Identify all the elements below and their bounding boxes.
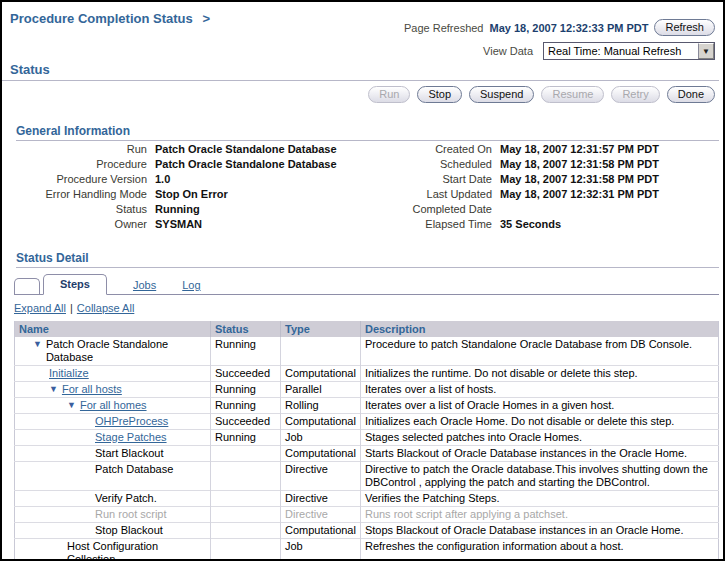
stop-button[interactable]: Stop xyxy=(417,86,462,103)
field-row: Elapsed Time35 Seconds xyxy=(397,217,719,232)
step-type: Rolling xyxy=(281,398,361,414)
view-data-bar: View Data Real Time: Manual Refresh ▼ xyxy=(483,42,715,60)
field-row: Start DateMay 18, 2007 12:31:58 PM PDT xyxy=(397,172,719,187)
step-type: Computational xyxy=(281,446,361,462)
tree-expanded-icon[interactable]: ▼ xyxy=(67,399,76,412)
field-row: Completed Date xyxy=(397,202,719,217)
breadcrumb-arrow-icon: > xyxy=(202,11,210,26)
step-name[interactable]: OHPreProcess xyxy=(95,415,168,428)
tree-expanded-icon[interactable]: ▼ xyxy=(49,383,58,396)
refresh-button[interactable]: Refresh xyxy=(654,19,715,36)
step-type: Computational xyxy=(281,414,361,430)
column-header-name: Name xyxy=(15,321,211,337)
step-description: Initializes each Oracle Home. Do not dis… xyxy=(360,414,718,430)
step-name: Verify Patch. xyxy=(95,492,157,505)
step-status xyxy=(211,523,281,539)
field-label: Procedure Version xyxy=(2,172,147,187)
field-label: Completed Date xyxy=(397,202,492,217)
step-name: Patch Database xyxy=(95,463,173,476)
step-description: Verifies the Patching Steps. xyxy=(360,491,718,507)
step-description: Starts Blackout of Oracle Database insta… xyxy=(360,446,718,462)
view-data-selected-value: Real Time: Manual Refresh xyxy=(544,45,685,57)
field-label: Procedure xyxy=(2,157,147,172)
step-description: Procedure to patch Standalone Oracle Dat… xyxy=(360,337,718,366)
view-data-select[interactable]: Real Time: Manual Refresh ▼ xyxy=(543,42,715,60)
field-label: Run xyxy=(2,142,147,157)
step-description: Iterates over a list of hosts. xyxy=(360,382,718,398)
field-value: 1.0 xyxy=(147,172,170,187)
field-row: Last UpdatedMay 18, 2007 12:32:31 PM PDT xyxy=(397,187,719,202)
procedure-completion-status-page: Procedure Completion Status > Page Refre… xyxy=(0,0,725,561)
step-row: InitializeSucceededComputationalInitiali… xyxy=(15,366,719,382)
tab-stub-decoration xyxy=(14,278,40,294)
step-row: Host Configuration CollectionJobRefreshe… xyxy=(15,539,719,561)
step-name[interactable]: Stage Patches xyxy=(95,431,167,444)
field-value: Patch Oracle Standalone Database xyxy=(147,142,337,157)
field-row: StatusRunning xyxy=(2,202,397,217)
field-value: May 18, 2007 12:31:58 PM PDT xyxy=(492,157,659,172)
step-type: Directive xyxy=(281,491,361,507)
page-title[interactable]: Procedure Completion Status xyxy=(10,11,193,26)
page-refreshed-label: Page Refreshed xyxy=(404,22,484,34)
step-row: OHPreProcessSucceededComputationalInitia… xyxy=(15,414,719,430)
step-type: Computational xyxy=(281,523,361,539)
retry-button: Retry xyxy=(611,86,659,103)
general-information-grid: RunPatch Oracle Standalone DatabaseProce… xyxy=(2,142,719,232)
step-name: Run root script xyxy=(95,508,167,521)
tree-expanded-icon[interactable]: ▼ xyxy=(33,338,42,351)
done-button[interactable]: Done xyxy=(667,86,715,103)
column-header-description: Description xyxy=(360,321,718,337)
field-value: SYSMAN xyxy=(147,217,202,232)
field-label: Last Updated xyxy=(397,187,492,202)
step-row: Stop BlackoutComputationalStops Blackout… xyxy=(15,523,719,539)
step-name[interactable]: For all homes xyxy=(80,399,147,412)
step-name: Host Configuration Collection xyxy=(67,540,206,561)
suspend-button[interactable]: Suspend xyxy=(469,86,534,103)
steps-table: NameStatusTypeDescription ▼Patch Oracle … xyxy=(14,321,719,561)
tree-controls: Expand All|Collapse All xyxy=(14,302,134,314)
step-name[interactable]: For all hosts xyxy=(62,383,122,396)
step-row: Patch DatabaseDirectiveDirective to patc… xyxy=(15,462,719,491)
step-description: Runs root script after applying a patchs… xyxy=(360,507,718,523)
column-header-type: Type xyxy=(281,321,361,337)
dropdown-arrow-icon[interactable]: ▼ xyxy=(698,43,714,59)
step-row: Run root scriptDirectiveRuns root script… xyxy=(15,507,719,523)
status-section-heading: Status xyxy=(2,62,719,81)
field-value: May 18, 2007 12:31:57 PM PDT xyxy=(492,142,659,157)
field-value: May 18, 2007 12:31:58 PM PDT xyxy=(492,172,659,187)
step-description: Refreshes the configuration information … xyxy=(360,539,718,561)
step-row: ▼Patch Oracle Standalone DatabaseRunning… xyxy=(15,337,719,366)
breadcrumb: Procedure Completion Status > xyxy=(10,11,210,26)
general-information-left-column: RunPatch Oracle Standalone DatabaseProce… xyxy=(2,142,397,232)
tab-steps[interactable]: Steps xyxy=(43,274,107,295)
run-button: Run xyxy=(368,86,410,103)
field-row: ProcedurePatch Oracle Standalone Databas… xyxy=(2,157,397,172)
collapse-all-link[interactable]: Collapse All xyxy=(77,302,134,314)
step-status xyxy=(211,507,281,523)
step-row: ▼For all homesRunningRollingIterates ove… xyxy=(15,398,719,414)
field-label: Elapsed Time xyxy=(397,217,492,232)
expand-all-link[interactable]: Expand All xyxy=(14,302,66,314)
field-value xyxy=(492,202,500,217)
column-header-status: Status xyxy=(211,321,281,337)
tree-controls-separator: | xyxy=(70,302,73,314)
step-status xyxy=(211,446,281,462)
field-value: Patch Oracle Standalone Database xyxy=(147,157,337,172)
view-data-label: View Data xyxy=(483,45,533,57)
field-label: Start Date xyxy=(397,172,492,187)
field-value: Running xyxy=(147,202,200,217)
step-row: ▼For all hostsRunningParallelIterates ov… xyxy=(15,382,719,398)
step-name: Stop Blackout xyxy=(95,524,163,537)
step-status: Running xyxy=(211,382,281,398)
step-status: Running xyxy=(211,337,281,366)
step-type: Directive xyxy=(281,507,361,523)
step-name[interactable]: Initialize xyxy=(49,367,89,380)
tab-jobs[interactable]: Jobs xyxy=(133,279,156,291)
general-information-heading: General Information xyxy=(16,124,719,141)
step-description: Stages selected patches into Oracle Home… xyxy=(360,430,718,446)
field-row: OwnerSYSMAN xyxy=(2,217,397,232)
field-value: 35 Seconds xyxy=(492,217,561,232)
field-label: Created On xyxy=(397,142,492,157)
page-refreshed-timestamp: May 18, 2007 12:32:33 PM PDT xyxy=(489,22,648,34)
tab-log[interactable]: Log xyxy=(182,279,200,291)
